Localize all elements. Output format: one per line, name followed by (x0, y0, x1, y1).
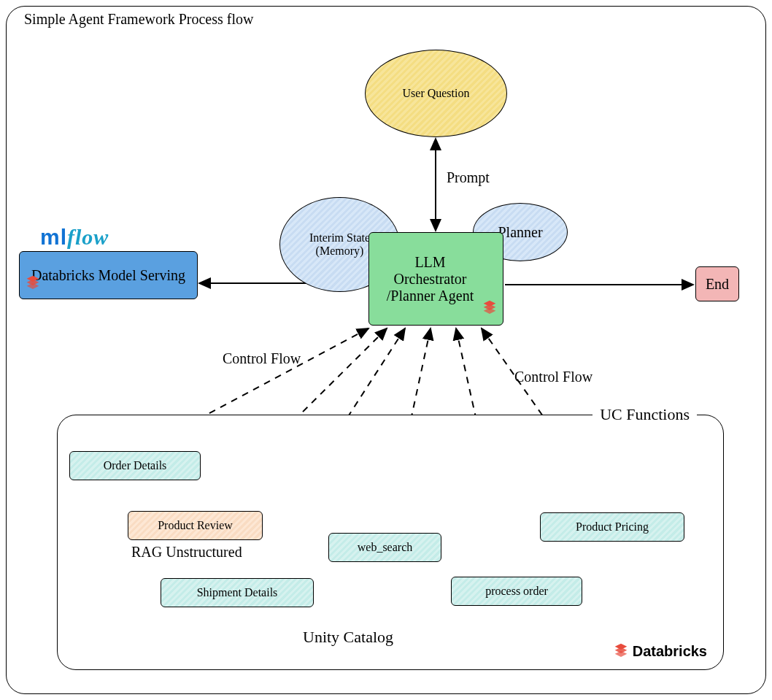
uc-fn-shipment-details: Shipment Details (161, 578, 314, 607)
uc-fn-product-review: Product Review (128, 511, 263, 540)
node-user-question: User Question (365, 50, 507, 137)
uc-fn-process-order: process order (451, 577, 582, 606)
edge-label-prompt: Prompt (447, 169, 490, 186)
unity-catalog-label: Unity Catalog (303, 628, 393, 647)
edge-label-control-flow: Control Flow (514, 369, 592, 385)
mlflow-logo: mlflow (40, 225, 109, 250)
node-orchestrator: LLM Orchestrator /Planner Agent (368, 232, 503, 326)
uc-fn-order-details: Order Details (69, 451, 201, 480)
databricks-brand: Databricks (614, 642, 707, 661)
edge-label-control-flow: Control Flow (223, 350, 301, 367)
diagram-title: Simple Agent Framework Process flow (20, 11, 258, 28)
databricks-cube-icon (614, 642, 628, 661)
uc-fn-product-pricing: Product Pricing (540, 512, 684, 542)
node-end: End (695, 266, 739, 301)
uc-functions-title: UC Functions (592, 405, 697, 424)
diagram-canvas: { "title": "Simple Agent Framework Proce… (0, 0, 772, 700)
databricks-cube-icon (482, 299, 497, 318)
node-model-serving: Databricks Model Serving (19, 251, 198, 299)
uc-fn-web-search: web_search (328, 533, 441, 562)
databricks-cube-icon (26, 274, 40, 293)
uc-fn-product-review-subtitle: RAG Unstructured (131, 544, 242, 561)
